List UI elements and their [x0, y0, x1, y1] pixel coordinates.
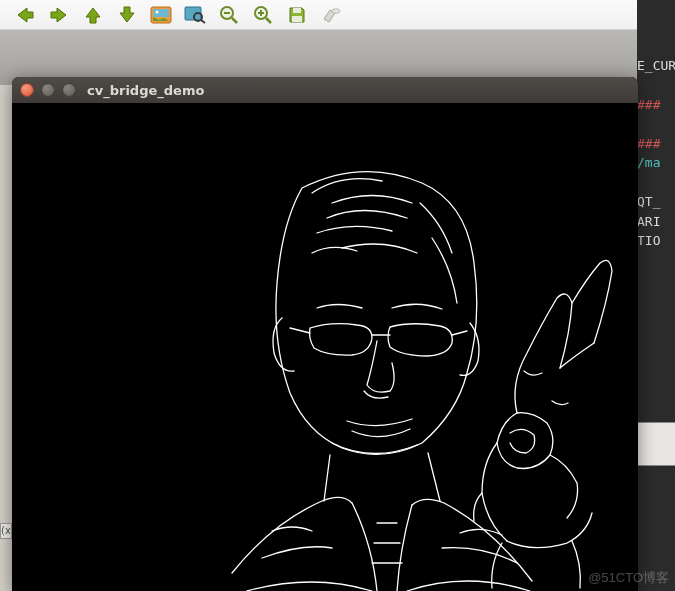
- panel-strip: [637, 422, 675, 466]
- zoom-out-icon[interactable]: [216, 4, 242, 26]
- terminal-panel: E_CUR ### ### /ma QT_ ARI TIO: [637, 0, 675, 591]
- svg-rect-1: [153, 9, 169, 17]
- svg-point-15: [332, 8, 340, 12]
- terminal-line: ARI: [637, 214, 660, 229]
- coord-tab: (x: [0, 523, 12, 539]
- arrow-up-icon[interactable]: [80, 4, 106, 26]
- svg-rect-13: [293, 8, 301, 13]
- terminal-line: QT_: [637, 194, 660, 209]
- svg-line-12: [266, 18, 271, 23]
- arrow-down-icon[interactable]: [114, 4, 140, 26]
- arrow-left-icon[interactable]: [12, 4, 38, 26]
- image-canvas: [12, 103, 638, 591]
- close-icon[interactable]: [20, 83, 34, 97]
- clear-icon[interactable]: [318, 4, 344, 26]
- maximize-icon[interactable]: [62, 83, 76, 97]
- window-title: cv_bridge_demo: [87, 83, 204, 98]
- search-image-icon[interactable]: [182, 4, 208, 26]
- watermark: @51CTO博客: [588, 569, 669, 587]
- cv-window: cv_bridge_demo: [12, 77, 638, 591]
- svg-line-8: [232, 18, 237, 23]
- minimize-icon[interactable]: [41, 83, 55, 97]
- terminal-line: ###: [637, 97, 660, 112]
- terminal-line: /ma: [637, 155, 660, 170]
- toolbar: [0, 0, 637, 30]
- zoom-in-icon[interactable]: [250, 4, 276, 26]
- svg-line-5: [201, 20, 205, 23]
- picture-icon[interactable]: [148, 4, 174, 26]
- terminal-line: ###: [637, 136, 660, 151]
- terminal-line: TIO: [637, 233, 660, 248]
- titlebar[interactable]: cv_bridge_demo: [12, 77, 638, 103]
- save-icon[interactable]: [284, 4, 310, 26]
- terminal-line: E_CUR: [637, 58, 675, 73]
- svg-rect-14: [292, 16, 302, 22]
- arrow-right-icon[interactable]: [46, 4, 72, 26]
- edge-image: [12, 103, 638, 591]
- svg-point-2: [156, 10, 159, 13]
